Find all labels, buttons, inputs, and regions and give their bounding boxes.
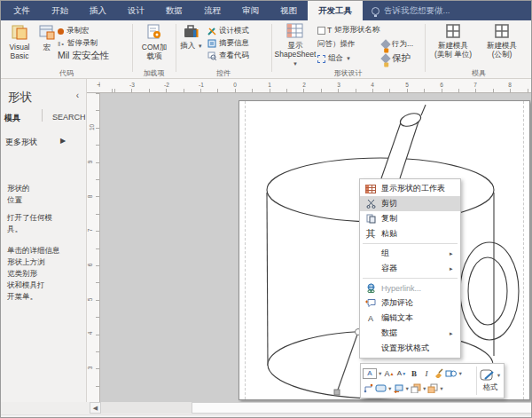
menu-separator — [363, 243, 458, 244]
tab-stencils[interactable]: 模具 — [4, 113, 20, 124]
tab-home[interactable]: 开始 — [41, 1, 79, 20]
shapesheet-icon — [360, 185, 381, 193]
tab-review[interactable]: 审阅 — [231, 1, 270, 20]
menu-item-add-comment[interactable]: 添加评论 — [360, 296, 460, 311]
visual-basic-button[interactable]: Visual Basic — [3, 23, 36, 60]
mug-drawing[interactable] — [100, 93, 532, 402]
show-shapesheet-button[interactable]: 显示 ShapeSheet ▼ — [274, 23, 317, 68]
group-separator — [271, 24, 272, 72]
tab-insert[interactable]: 插入 — [79, 1, 117, 20]
menu-item-format-shape[interactable]: 设置形状格式 — [360, 341, 460, 356]
copy-icon — [360, 214, 381, 224]
shape-name-button[interactable]: T 矩形形状名称 — [317, 25, 379, 35]
sidebar-text: 单击的详细信息 形状上方浏 览类别形 状和模具打 开菜单。 — [7, 245, 60, 303]
tell-me-label: 告诉我您想要做... — [384, 5, 450, 17]
scissors-icon — [360, 199, 381, 209]
italic-button[interactable]: I — [420, 367, 432, 380]
text-style-box[interactable]: A▼ — [363, 367, 382, 380]
format-label: 格式 — [483, 383, 498, 393]
combine-button[interactable]: 组合 ▼ — [317, 53, 351, 64]
send-backward-icon[interactable]: ▼ — [427, 382, 443, 395]
shape-style-icon[interactable]: ▼ — [445, 367, 462, 380]
tab-developer[interactable]: 开发工具 — [308, 1, 363, 20]
drawing-canvas[interactable] — [100, 93, 532, 402]
pause-recording-icon: ‖• — [58, 40, 65, 48]
stencil-group-label: 模具 — [425, 68, 532, 78]
design-mode-button[interactable]: 设计模式 — [207, 26, 249, 36]
bold-button[interactable]: B — [408, 367, 419, 380]
menu-item-group[interactable]: 组 ▸ — [360, 246, 460, 261]
status-bar — [1, 414, 532, 418]
protection-button[interactable]: 保护 — [382, 52, 411, 65]
comment-icon — [360, 298, 381, 308]
collapse-panel-icon[interactable]: ‹ — [76, 91, 79, 100]
menu-item-edit-text[interactable]: A 编辑文本 — [360, 311, 460, 326]
shrink-font-button[interactable]: A▼ — [395, 367, 407, 380]
tab-divider — [42, 109, 43, 122]
summary-info-button[interactable]: 摘要信息 — [207, 38, 249, 49]
menu-separator — [363, 278, 458, 279]
menu-item-show-shapesheet[interactable]: 显示形状的工作表 — [360, 181, 460, 196]
vertical-ruler[interactable]: 10 9 8 7 6 5 4 3 — [87, 93, 100, 402]
quick-style-button[interactable]: ▼ — [480, 369, 501, 383]
code-group-label: 代码 — [1, 68, 132, 78]
tab-process[interactable]: 流程 — [193, 1, 231, 20]
macro-security-button[interactable]: Mil 宏安全性 — [58, 50, 109, 62]
tab-data[interactable]: 数据 — [155, 1, 193, 20]
edit-text-icon: A — [360, 314, 381, 323]
controls-group-label: 控件 — [176, 68, 271, 78]
tab-view[interactable]: 视图 — [270, 1, 308, 20]
design-mode-icon — [207, 27, 216, 35]
menu-item-copy[interactable]: 复制 — [360, 211, 460, 226]
view-code-button[interactable]: 查看代码 — [207, 51, 249, 61]
tab-design[interactable]: 设计 — [117, 1, 155, 20]
submenu-arrow-icon: ▸ — [450, 250, 460, 257]
menu-item-paste[interactable]: 其 粘贴 — [360, 226, 460, 241]
new-stencil-icon — [445, 23, 461, 39]
combine-icon — [317, 55, 325, 63]
macros-icon — [38, 23, 56, 41]
menu-item-cut[interactable]: 剪切 — [360, 196, 460, 211]
scroll-left-icon[interactable]: ◀ — [90, 402, 101, 414]
horizontal-scrollbar-thumb[interactable] — [192, 402, 532, 414]
behavior-icon — [380, 39, 390, 49]
new-stencil-metric-button[interactable]: 新建模具 (公制) — [480, 23, 524, 59]
format-painter-icon[interactable] — [433, 367, 444, 380]
com-addins-button[interactable]: COM加载项 — [136, 23, 173, 60]
horizontal-ruler[interactable]: -3 -2 -1 0 1 2 3 4 5 6 7 8 — [100, 79, 532, 93]
sidebar-text: 打开了任何模 具。 — [7, 212, 52, 235]
mug-handle-shape — [460, 242, 519, 340]
insert-control-button[interactable]: 插入 ▼ — [178, 23, 205, 51]
shapes-panel: 形状 ‹ 模具 SEARCH 更多形状 ▶ 形状的 位置 打开了任何模 具。 单… — [1, 79, 87, 402]
dropdown-arrow-icon: ▼ — [346, 56, 351, 61]
new-stencil-icon — [494, 23, 510, 39]
record-macro-button[interactable]: 录制宏 — [58, 26, 90, 36]
menu-item-hyperlink[interactable]: Hyperlink... — [360, 280, 460, 296]
grow-font-button[interactable]: A▲ — [383, 367, 395, 380]
more-shapes-button[interactable]: 更多形状 — [5, 137, 37, 148]
more-shapes-arrow-icon: ▶ — [60, 137, 66, 145]
ribbon-tab-bar: 文件 开始 插入 设计 数据 流程 审阅 视图 开发工具 告诉我您想要做... — [1, 1, 532, 20]
menu-item-container[interactable]: 容器 ▸ — [360, 261, 460, 276]
addins-group-label: 加载项 — [132, 68, 176, 78]
visual-basic-icon — [11, 23, 28, 41]
pause-recording-button[interactable]: ‖• 暂停录制 — [58, 38, 98, 49]
container-icon[interactable]: ▼ — [375, 382, 392, 395]
lightbulb-icon — [372, 7, 379, 15]
bring-forward-icon[interactable]: ▼ — [411, 382, 426, 395]
callout-icon[interactable]: ▼ — [393, 382, 409, 395]
behavior-button[interactable]: 行为... — [382, 39, 413, 50]
context-menu: 显示形状的工作表 剪切 复制 其 粘贴 组 ▸ 容器 ▸ — [359, 178, 461, 359]
macros-button[interactable]: 宏 — [37, 23, 57, 51]
new-stencil-us-button[interactable]: 新建模具 (美制 单位) — [428, 23, 478, 59]
tell-me-box[interactable]: 告诉我您想要做... — [363, 1, 458, 20]
shape-design-group-label: 形状设计 — [271, 68, 425, 78]
group-separator — [176, 24, 176, 72]
menu-item-data[interactable]: 数据 ▸ — [360, 326, 460, 341]
operations-button[interactable]: 问答）操作 — [317, 39, 356, 50]
connector-icon[interactable] — [363, 382, 374, 395]
tab-search[interactable]: SEARCH — [52, 113, 86, 122]
developer-ribbon: Visual Basic 宏 录制宏 ‖• 暂停录制 Mil 宏安全性 代码 — [1, 20, 532, 79]
dropdown-arrow-icon: ▼ — [293, 61, 298, 67]
tab-file[interactable]: 文件 — [3, 1, 41, 20]
